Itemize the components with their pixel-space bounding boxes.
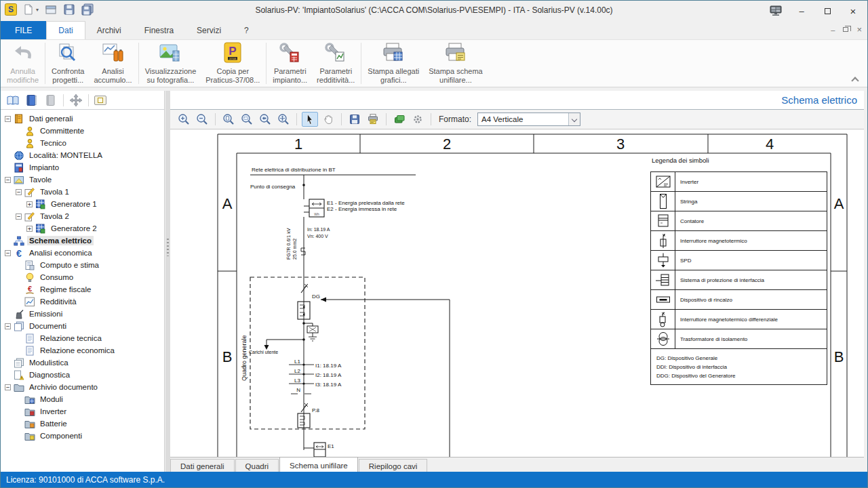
tree-item-analisi-economica[interactable]: −€Analisi economica bbox=[1, 247, 164, 259]
minimize-button[interactable]: – bbox=[790, 2, 813, 20]
book-gray-button[interactable] bbox=[44, 94, 58, 107]
bottom-tab-riepilogo-cavi[interactable]: Riepilogo cavi bbox=[359, 459, 428, 473]
ribbon-button-print-graphics[interactable]: Stampa allegatigrafici... bbox=[363, 40, 424, 87]
drawing-canvas[interactable]: 1 2 3 4 A B A B bbox=[170, 129, 864, 457]
tree-item-schema-elettrico[interactable]: Schema elettrico bbox=[1, 235, 164, 247]
book-closed-button[interactable] bbox=[25, 94, 39, 107]
chevron-down-icon[interactable] bbox=[568, 113, 580, 125]
tree-item-computo-e-stima[interactable]: Computo e stima bbox=[1, 259, 164, 271]
collapse-icon[interactable]: − bbox=[16, 189, 22, 195]
zoom-window-button[interactable] bbox=[239, 112, 255, 127]
ribbon-button-plant-params[interactable]: Parametriimpianto... bbox=[268, 40, 312, 87]
tree-item-tecnico[interactable]: Tecnico bbox=[1, 137, 164, 149]
tree-item-label: Documenti bbox=[27, 321, 68, 331]
tree-item-inverter[interactable]: Inverter bbox=[1, 405, 164, 418]
zoom-extents-button[interactable] bbox=[275, 112, 292, 127]
tree-item-componenti[interactable]: Componenti bbox=[1, 430, 164, 442]
tree-item-generatore-1[interactable]: +Generatore 1 bbox=[1, 198, 164, 210]
zoom-in-button[interactable] bbox=[176, 112, 192, 127]
print-drawing-button[interactable] bbox=[365, 112, 381, 127]
drawing-toolbar: Formato:A4 Verticale bbox=[170, 110, 864, 129]
settings-button[interactable] bbox=[410, 112, 426, 127]
plant-params-icon bbox=[279, 42, 302, 66]
tree-item-batterie[interactable]: Batterie bbox=[1, 418, 164, 430]
collapse-icon[interactable]: − bbox=[16, 214, 22, 220]
tree-item-emissioni[interactable]: Emissioni bbox=[1, 308, 164, 320]
tree-item-redditivit[interactable]: Redditività bbox=[1, 296, 164, 308]
ribbon-button-print-schema[interactable]: Stampa schemaunifilare... bbox=[424, 40, 487, 87]
tree-item-relazione-economica[interactable]: Relazione economica bbox=[1, 344, 164, 357]
collapse-icon[interactable]: − bbox=[5, 250, 11, 256]
undo-icon bbox=[12, 42, 35, 66]
close-button[interactable]: × bbox=[842, 2, 865, 20]
ribbon-button-profit-params[interactable]: Parametriredditività... bbox=[312, 40, 359, 87]
mdi-minimize-button[interactable]: – bbox=[831, 26, 835, 34]
bottom-tab-quadri[interactable]: Quadri bbox=[235, 459, 279, 473]
zoom-previous-button[interactable] bbox=[257, 112, 273, 127]
tree-item-diagnostica[interactable]: Diagnostica bbox=[1, 369, 164, 381]
expand-icon[interactable]: + bbox=[26, 201, 33, 207]
tree-item-label: Generatore 2 bbox=[49, 224, 99, 233]
panel-toggle-button[interactable] bbox=[94, 96, 106, 105]
ribbon-separator bbox=[361, 43, 361, 84]
panel-toggle-icon bbox=[98, 98, 103, 103]
ribbon-button-undo[interactable]: Annullamodifiche bbox=[2, 40, 43, 87]
mdi-close-button[interactable]: × bbox=[856, 24, 862, 35]
ribbon-button-praticus[interactable]: P37/08Copia perPraticus-37/08... bbox=[201, 40, 264, 87]
ribbon-tab-dati[interactable]: Dati bbox=[46, 21, 85, 39]
tree-item-consumo[interactable]: Consumo bbox=[1, 271, 164, 283]
ribbon-tab-[interactable]: ? bbox=[233, 21, 260, 39]
legend-label: Trasformatore di isolamento bbox=[675, 329, 747, 348]
select-cursor-button[interactable] bbox=[302, 112, 318, 127]
save-drawing-button[interactable] bbox=[347, 112, 363, 127]
svg-text:P: P bbox=[229, 45, 237, 58]
ribbon-button-label: impianto... bbox=[273, 76, 307, 85]
breaker-symbol bbox=[651, 231, 675, 250]
ribbon-tab-archivi[interactable]: Archivi bbox=[85, 21, 133, 39]
collapse-icon[interactable]: − bbox=[5, 116, 11, 122]
expand-icon[interactable]: + bbox=[26, 226, 33, 232]
monitor-icon[interactable] bbox=[764, 2, 787, 20]
zoom-out-button[interactable] bbox=[194, 112, 210, 127]
tree-item-relazione-tecnica[interactable]: Relazione tecnica bbox=[1, 332, 164, 344]
ribbon-tab-file[interactable]: FILE bbox=[1, 21, 46, 39]
maximize-button[interactable] bbox=[816, 2, 839, 20]
tree-item-committente[interactable]: Committente bbox=[1, 125, 164, 137]
ribbon-tab-finestra[interactable]: Finestra bbox=[133, 21, 185, 39]
bottom-tab-schema-unifilare[interactable]: Schema unifilare bbox=[279, 457, 358, 473]
tree-item-impianto[interactable]: Impianto bbox=[1, 161, 164, 174]
tree-item-archivio-documento[interactable]: −Archivio documento bbox=[1, 381, 164, 393]
pan-hand-button[interactable] bbox=[320, 112, 336, 127]
tree-item-tavola-2[interactable]: −Tavola 2 bbox=[1, 210, 164, 222]
tree-item-localit-montella[interactable]: Località: MONTELLA bbox=[1, 149, 164, 161]
collapse-icon[interactable]: − bbox=[5, 323, 11, 329]
tree-item-label: Relazione economica bbox=[38, 346, 117, 355]
ribbon-button-photo[interactable]: Visualizzazionesu fotografia... bbox=[140, 40, 201, 87]
tree-item-moduli[interactable]: Moduli bbox=[1, 393, 164, 405]
tree-item-regime-fiscale[interactable]: €Regime fiscale bbox=[1, 283, 164, 296]
project-tree-pane: −Dati generaliCommittenteTecnicoLocalità… bbox=[1, 91, 165, 473]
book-open-button[interactable] bbox=[6, 94, 20, 107]
collapse-icon[interactable]: − bbox=[5, 384, 11, 390]
ribbon-button-storage[interactable]: Analisiaccumulo... bbox=[89, 40, 136, 87]
mdi-restore-button[interactable] bbox=[843, 27, 848, 32]
collapse-ribbon-icon[interactable] bbox=[852, 76, 858, 82]
pane-splitter[interactable] bbox=[165, 91, 170, 473]
move-arrows-button[interactable] bbox=[69, 94, 83, 107]
tree-item-modulistica[interactable]: Modulistica bbox=[1, 357, 164, 369]
collapse-icon[interactable]: − bbox=[5, 177, 11, 183]
tree-item-dati-generali[interactable]: −Dati generali bbox=[1, 113, 164, 125]
meter-wh-label: Wh bbox=[314, 212, 319, 216]
tree-item-tavola-1[interactable]: −Tavola 1 bbox=[1, 186, 164, 198]
zoom-page-button[interactable] bbox=[220, 112, 237, 127]
bottom-tab-dati-generali[interactable]: Dati generali bbox=[170, 459, 235, 473]
carichi-utente-label: Carichi utente bbox=[249, 350, 278, 354]
generator-icon bbox=[35, 224, 46, 234]
ribbon-button-compare[interactable]: Confrontaprogetti... bbox=[47, 40, 89, 87]
layers-button[interactable] bbox=[391, 112, 408, 127]
formato-select[interactable]: A4 Verticale bbox=[477, 113, 580, 126]
tree-item-tavole[interactable]: −Tavole bbox=[1, 174, 164, 186]
tree-item-documenti[interactable]: −Documenti bbox=[1, 320, 164, 332]
tree-item-generatore-2[interactable]: +Generatore 2 bbox=[1, 222, 164, 235]
ribbon-tab-servizi[interactable]: Servizi bbox=[185, 21, 233, 39]
